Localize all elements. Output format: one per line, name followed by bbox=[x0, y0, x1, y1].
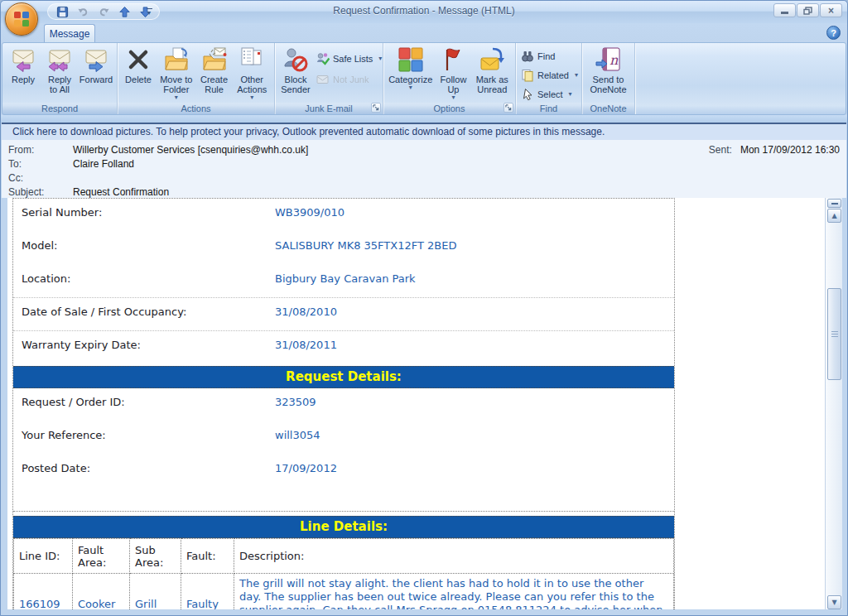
group-caption-junk-email: Junk E-mail bbox=[305, 103, 352, 113]
cell-fault-area: Cooker bbox=[73, 574, 130, 612]
block-sender-label: Block Sender bbox=[278, 75, 313, 94]
select-button[interactable]: Select bbox=[518, 85, 582, 103]
related-label: Related bbox=[537, 70, 569, 80]
safe-lists-button[interactable]: Safe Lists bbox=[314, 50, 386, 67]
junk-email-dialog-launcher[interactable] bbox=[371, 103, 381, 113]
find-button[interactable]: Find bbox=[518, 47, 582, 65]
close-icon: × bbox=[828, 6, 834, 16]
from-label: From: bbox=[8, 143, 73, 157]
related-icon bbox=[521, 69, 534, 82]
field-value: 17/09/2012 bbox=[275, 462, 337, 488]
categorize-icon bbox=[398, 46, 424, 73]
group-caption-actions: Actions bbox=[181, 103, 210, 113]
not-junk-icon bbox=[316, 73, 330, 86]
column-header-fault: Fault: bbox=[181, 539, 234, 574]
column-header-fault-area: Fault Area: bbox=[73, 539, 130, 574]
follow-up-icon bbox=[440, 46, 466, 73]
cell-fault: Faulty bbox=[181, 574, 234, 612]
select-label: Select bbox=[537, 89, 563, 99]
move-to-folder-button[interactable]: Move to Folder bbox=[157, 45, 196, 103]
line-details-header: Line Details: bbox=[13, 516, 674, 538]
field-row-model: Model: SALISBURY MK8 35FTX12FT 2BED bbox=[13, 232, 674, 265]
block-sender-button[interactable]: Block Sender bbox=[277, 45, 314, 103]
field-row-request-order-id: Request / Order ID: 323509 bbox=[13, 388, 674, 421]
to-value: Claire Folland bbox=[73, 157, 134, 171]
field-row-posted-date: Posted Date: 17/09/2012 bbox=[13, 455, 674, 488]
request-details-header: Request Details: bbox=[13, 366, 674, 388]
window-title: Request Confirmation - Message (HTML) bbox=[1, 5, 847, 17]
group-caption-onenote: OneNote bbox=[590, 103, 626, 113]
column-header-description: Description: bbox=[234, 539, 674, 574]
field-value: Bigbury Bay Caravan Park bbox=[275, 272, 416, 297]
message-body: Serial Number: WB3909/010 Model: SALISBU… bbox=[7, 198, 842, 611]
create-rule-button[interactable]: Create Rule bbox=[196, 45, 233, 103]
column-header-line-id: Line ID: bbox=[14, 539, 73, 574]
field-label: Your Reference: bbox=[22, 429, 275, 455]
block-sender-icon bbox=[282, 46, 309, 73]
field-label: Serial Number: bbox=[22, 206, 275, 232]
send-to-onenote-button[interactable]: n Send to OneNote bbox=[585, 45, 632, 103]
field-value: will3054 bbox=[275, 429, 320, 455]
field-label: Warranty Expiry Date: bbox=[22, 339, 275, 366]
sent-value: Mon 17/09/2012 16:30 bbox=[740, 143, 840, 157]
dialog-launcher-icon bbox=[505, 104, 512, 111]
field-value: WB3909/010 bbox=[275, 206, 344, 232]
help-button[interactable]: ? bbox=[826, 26, 841, 40]
ribbon-group-options: Categorize Follow Up Mark as Unread Opti… bbox=[383, 43, 516, 114]
field-row-serial-number: Serial Number: WB3909/010 bbox=[13, 199, 674, 232]
field-value: 31/08/2011 bbox=[275, 339, 337, 366]
scroll-up-button[interactable]: ▲ bbox=[827, 209, 841, 223]
forward-label: Forward bbox=[80, 75, 113, 84]
minimize-icon bbox=[781, 12, 788, 14]
categorize-button[interactable]: Categorize bbox=[386, 45, 435, 103]
follow-up-label: Follow Up bbox=[436, 75, 470, 94]
cc-label: Cc: bbox=[8, 171, 73, 185]
dialog-launcher-icon bbox=[373, 104, 379, 111]
outlook-message-window: ▾ Request Confirmation - Message (HTML) … bbox=[0, 0, 848, 616]
download-pictures-infobar[interactable]: Click here to download pictures. To help… bbox=[2, 123, 846, 140]
vertical-scrollbar[interactable]: ▲ ▼ bbox=[825, 198, 842, 611]
field-row-your-reference: Your Reference: will3054 bbox=[13, 421, 674, 455]
safe-lists-label: Safe Lists bbox=[333, 54, 373, 64]
reply-button[interactable]: Reply bbox=[5, 45, 41, 103]
line-details-table: Line ID: Fault Area: Sub Area: Fault: De… bbox=[13, 538, 674, 611]
follow-up-button[interactable]: Follow Up bbox=[435, 45, 471, 103]
field-label: Date of Sale / First Occupancy: bbox=[22, 306, 275, 330]
group-caption-find: Find bbox=[540, 103, 557, 113]
delete-button[interactable]: Delete bbox=[120, 45, 157, 103]
send-to-onenote-icon: n bbox=[595, 46, 622, 73]
sent-label: Sent: bbox=[709, 143, 732, 157]
close-button[interactable]: × bbox=[820, 3, 842, 17]
header-row-to: To: Claire Folland bbox=[2, 157, 846, 171]
ribbon-bottom-band bbox=[1, 115, 847, 123]
other-actions-button[interactable]: Other Actions bbox=[233, 45, 272, 103]
scrollbar-thumb[interactable] bbox=[827, 288, 841, 380]
delete-label: Delete bbox=[125, 75, 152, 84]
mark-as-unread-label: Mark as Unread bbox=[473, 75, 511, 94]
not-junk-button[interactable]: Not Junk bbox=[314, 70, 386, 88]
tab-message[interactable]: Message bbox=[44, 24, 95, 42]
reply-to-all-button[interactable]: Reply to All bbox=[41, 45, 78, 103]
scroll-down-button[interactable]: ▼ bbox=[827, 595, 841, 609]
column-header-sub-area: Sub Area: bbox=[130, 539, 181, 574]
options-dialog-launcher[interactable] bbox=[504, 103, 513, 113]
field-row-date-of-sale: Date of Sale / First Occupancy: 31/08/20… bbox=[13, 298, 674, 331]
group-caption-respond: Respond bbox=[41, 103, 78, 113]
reply-to-all-icon bbox=[46, 46, 73, 73]
field-row-warranty-expiry: Warranty Expiry Date: 31/08/2011 bbox=[13, 331, 674, 366]
scrollbar-split-handle[interactable] bbox=[827, 199, 841, 208]
cell-line-id: 166109 bbox=[14, 574, 73, 612]
other-actions-icon bbox=[238, 46, 265, 73]
restore-button[interactable] bbox=[797, 3, 819, 17]
field-row-location: Location: Bigbury Bay Caravan Park bbox=[13, 265, 674, 298]
mark-as-unread-button[interactable]: Mark as Unread bbox=[471, 45, 513, 103]
minimize-button[interactable] bbox=[773, 3, 796, 17]
select-icon bbox=[521, 88, 534, 101]
window-bottom-frame bbox=[1, 609, 847, 615]
field-label: Request / Order ID: bbox=[22, 396, 275, 421]
office-button[interactable] bbox=[5, 2, 38, 36]
create-rule-icon bbox=[201, 46, 228, 73]
related-button[interactable]: Related bbox=[518, 66, 582, 84]
find-icon bbox=[521, 50, 534, 63]
forward-button[interactable]: Forward bbox=[78, 45, 114, 103]
